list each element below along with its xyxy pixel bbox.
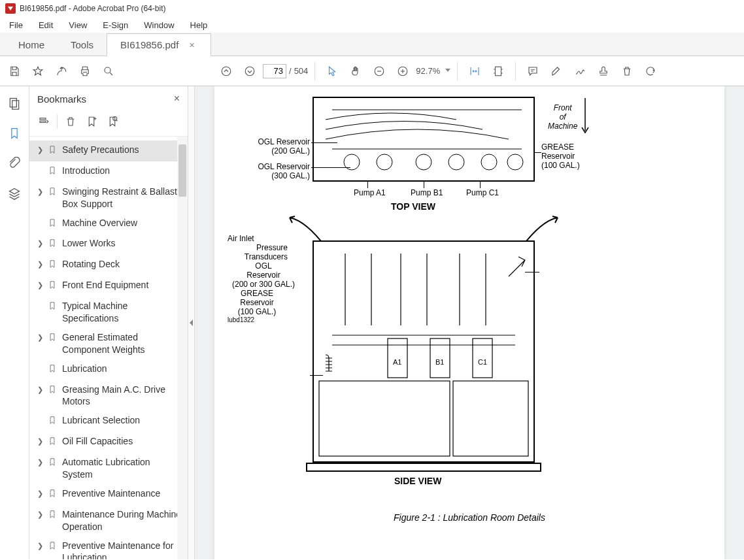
bookmark-item[interactable]: ❯Front End Equipment — [29, 276, 188, 297]
bookmark-delete-button[interactable] — [63, 114, 78, 129]
label-grease-res: GREASEReservoir(100 GAL.) — [228, 289, 286, 316]
expand-icon[interactable]: ❯ — [36, 333, 44, 342]
bookmark-options-button[interactable] — [36, 114, 52, 129]
thumbnails-panel-button[interactable] — [5, 94, 24, 112]
expand-icon[interactable]: ❯ — [36, 259, 44, 269]
attachments-panel-button[interactable] — [5, 154, 24, 173]
bookmark-item[interactable]: ❯Swinging Restraint & Ballast Box Suppor… — [29, 182, 188, 214]
layers-panel-button[interactable] — [5, 184, 24, 203]
scrollbar-thumb[interactable] — [178, 144, 186, 197]
expand-icon[interactable]: ❯ — [36, 489, 44, 499]
hand-tool-button[interactable] — [345, 61, 366, 82]
menu-file[interactable]: File — [3, 19, 29, 31]
star-button[interactable] — [27, 61, 48, 82]
label-pump-a1: Pump A1 — [354, 188, 386, 197]
zoom-dropdown[interactable]: 92.7% — [416, 66, 450, 76]
bookmark-find-button[interactable] — [105, 114, 120, 129]
share-button[interactable] — [51, 61, 72, 82]
bookmark-label: Lubricant Selection — [62, 414, 182, 427]
find-button[interactable] — [98, 61, 119, 82]
bookmark-item[interactable]: ❯Automatic Lubrication System — [29, 453, 188, 484]
menu-esign[interactable]: E-Sign — [96, 19, 135, 31]
figure-caption: Figure 2-1 : Lubrication Room Details — [228, 512, 711, 523]
bookmark-icon — [48, 218, 58, 231]
sidebar-collapse-handle[interactable] — [188, 86, 195, 559]
bookmark-label: Typical Machine Specifications — [62, 300, 182, 325]
delete-button[interactable] — [617, 61, 637, 82]
bookmarks-panel-button[interactable] — [5, 124, 24, 142]
zoom-out-button[interactable] — [369, 61, 390, 82]
bookmark-item[interactable]: ❯Lower Works — [29, 234, 188, 255]
bookmark-item[interactable]: Typical Machine Specifications — [29, 297, 188, 328]
bookmark-label: Rotating Deck — [62, 258, 182, 271]
svg-rect-7 — [12, 101, 19, 109]
sidebar-close-button[interactable]: × — [174, 93, 180, 105]
sign-button[interactable] — [569, 61, 590, 82]
document-viewer[interactable]: OGL Reservoir(200 GAL.) OGL Reservoir(30… — [195, 86, 744, 559]
expand-icon[interactable]: ❯ — [36, 436, 44, 446]
bookmark-item[interactable]: Lubricant Selection — [29, 411, 188, 432]
bookmark-item[interactable]: ❯Rotating Deck — [29, 255, 188, 276]
bookmark-label: Preventive Maintenance for Lubrication — [62, 540, 182, 559]
fit-width-button[interactable] — [464, 61, 485, 82]
scrollbar-track[interactable] — [177, 137, 188, 559]
highlight-button[interactable] — [546, 61, 567, 82]
sidebar-title: Bookmarks — [37, 93, 86, 105]
tab-document[interactable]: BI619856.pdf × — [107, 33, 211, 56]
bookmark-item[interactable]: Machine Overview — [29, 214, 188, 235]
bookmark-icon — [48, 415, 58, 429]
page-separator: / — [289, 66, 292, 76]
tab-home[interactable]: Home — [5, 34, 58, 56]
svg-point-14 — [448, 154, 464, 170]
menu-window[interactable]: Window — [137, 19, 180, 31]
svg-rect-9 — [40, 121, 46, 122]
bookmark-icon — [48, 259, 58, 272]
bookmark-item[interactable]: ❯Oil Fill Capacities — [29, 432, 188, 453]
page-number-input[interactable] — [263, 64, 286, 78]
zoom-in-button[interactable] — [392, 61, 413, 82]
bookmark-item[interactable]: ❯Greasing Main A.C. Drive Motors — [29, 380, 188, 412]
save-button[interactable] — [4, 61, 25, 82]
menubar: File Edit View E-Sign Window Help — [0, 17, 744, 33]
stamp-button[interactable] — [593, 61, 614, 82]
bookmark-item[interactable]: ❯Safety Precautions — [29, 140, 188, 161]
page-up-button[interactable] — [216, 61, 237, 82]
expand-icon[interactable]: ❯ — [36, 280, 44, 290]
menu-view[interactable]: View — [62, 19, 93, 31]
bookmark-item[interactable]: Lubrication — [29, 359, 188, 380]
bookmark-item[interactable]: ❯Preventive Maintenance — [29, 484, 188, 505]
bookmark-item[interactable]: ❯General Estimated Component Weights — [29, 328, 188, 359]
expand-icon[interactable]: ❯ — [36, 145, 44, 155]
expand-icon[interactable]: ❯ — [36, 457, 44, 467]
bookmark-label: Introduction — [62, 165, 182, 177]
expand-icon[interactable]: ❯ — [36, 541, 44, 551]
bookmark-item[interactable]: Introduction — [29, 161, 188, 182]
expand-icon[interactable]: ❯ — [36, 385, 44, 395]
bookmark-icon — [48, 186, 58, 200]
select-tool-button[interactable] — [322, 61, 343, 82]
label-grease-100: GREASEReservoir(100 GAL.) — [541, 142, 580, 170]
bookmark-item[interactable]: ❯Preventive Maintenance for Lubrication — [29, 536, 188, 559]
tab-close-button[interactable]: × — [186, 39, 197, 52]
svg-point-12 — [377, 154, 392, 170]
expand-icon[interactable]: ❯ — [36, 187, 44, 197]
menu-help[interactable]: Help — [184, 19, 214, 31]
menu-edit[interactable]: Edit — [32, 19, 59, 31]
fit-page-button[interactable] — [488, 61, 509, 82]
page-down-button[interactable] — [239, 61, 260, 82]
svg-point-16 — [507, 154, 523, 170]
app-icon — [5, 3, 16, 14]
expand-icon[interactable]: ❯ — [36, 239, 44, 248]
comment-button[interactable] — [522, 61, 543, 82]
page-total: 504 — [294, 66, 309, 76]
redo-button[interactable] — [640, 61, 661, 82]
svg-point-1 — [222, 67, 231, 76]
main-toolbar: / 504 92.7% — [0, 56, 744, 86]
bookmark-item[interactable]: ❯Maintenance During Machine Operation — [29, 505, 188, 536]
expand-icon[interactable]: ❯ — [36, 510, 44, 519]
print-button[interactable] — [75, 61, 95, 82]
bookmark-icon — [48, 144, 58, 158]
tab-tools[interactable]: Tools — [58, 34, 107, 56]
bookmark-add-button[interactable] — [84, 114, 99, 129]
bookmark-icon — [48, 238, 58, 252]
